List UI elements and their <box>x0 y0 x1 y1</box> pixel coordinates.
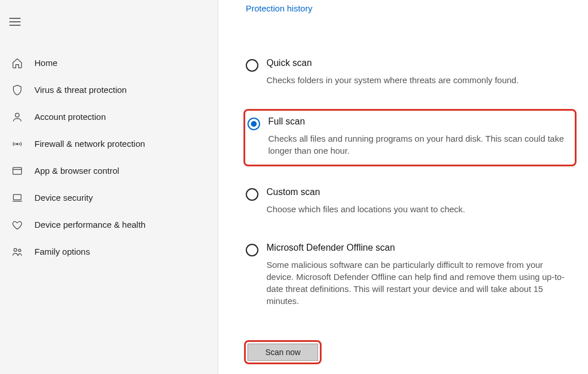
protection-history-link[interactable]: Protection history <box>246 3 312 13</box>
sidebar-item-app-browser[interactable]: App & browser control <box>0 157 218 184</box>
option-title: Quick scan <box>266 58 572 68</box>
sidebar-item-label: Firewall & network protection <box>34 139 145 149</box>
laptop-icon <box>10 191 24 205</box>
scan-now-button[interactable]: Scan now <box>247 344 318 361</box>
browser-icon <box>10 164 24 178</box>
person-icon <box>10 110 24 124</box>
scan-option: Microsoft Defender Offline scanSome mali… <box>246 238 577 314</box>
sidebar-item-family[interactable]: Family options <box>0 238 218 265</box>
sidebar-item-label: Device security <box>34 193 93 202</box>
sidebar: Home Virus & threat protection Account p… <box>0 0 218 374</box>
svg-rect-4 <box>13 194 21 200</box>
svg-point-6 <box>14 248 17 251</box>
sidebar-item-label: Virus & threat protection <box>34 85 127 95</box>
shield-icon <box>10 83 24 97</box>
option-title: Custom scan <box>266 187 572 197</box>
sidebar-item-virus-threat[interactable]: Virus & threat protection <box>0 76 218 103</box>
option-body: Microsoft Defender Offline scanSome mali… <box>266 243 572 307</box>
sidebar-item-label: Family options <box>34 247 90 256</box>
svg-point-0 <box>16 113 20 117</box>
hamburger-menu-button[interactable] <box>9 10 32 33</box>
scan-now-highlight: Scan now <box>244 340 322 364</box>
option-description: Choose which files and locations you wan… <box>266 203 572 215</box>
option-body: Custom scanChoose which files and locati… <box>266 187 572 215</box>
family-icon <box>10 245 24 259</box>
option-body: Quick scanChecks folders in your system … <box>266 58 572 86</box>
main-content: Protection history Quick scanChecks fold… <box>218 0 588 374</box>
option-title: Microsoft Defender Offline scan <box>266 243 572 253</box>
svg-point-1 <box>17 143 18 145</box>
svg-rect-2 <box>13 167 22 174</box>
radio-button[interactable] <box>247 118 260 130</box>
radio-button[interactable] <box>246 244 258 256</box>
radio-button[interactable] <box>246 59 258 72</box>
antenna-icon <box>10 137 24 151</box>
sidebar-item-label: Account protection <box>34 112 106 122</box>
option-description: Checks all files and running programs on… <box>268 133 570 157</box>
heart-icon <box>10 218 24 232</box>
scan-option: Full scanChecks all files and running pr… <box>243 109 577 166</box>
svg-point-7 <box>18 249 21 251</box>
option-body: Full scanChecks all files and running pr… <box>268 116 570 157</box>
sidebar-item-device-security[interactable]: Device security <box>0 184 218 211</box>
option-description: Some malicious software can be particula… <box>266 259 572 307</box>
sidebar-item-account[interactable]: Account protection <box>0 103 218 130</box>
home-icon <box>10 56 24 70</box>
scan-options: Quick scanChecks folders in your system … <box>246 53 577 314</box>
scan-option: Quick scanChecks folders in your system … <box>246 53 577 93</box>
option-description: Checks folders in your system where thre… <box>266 74 572 86</box>
scan-option: Custom scanChoose which files and locati… <box>246 182 577 222</box>
option-title: Full scan <box>268 116 570 127</box>
sidebar-item-label: Device performance & health <box>34 220 145 229</box>
sidebar-item-firewall[interactable]: Firewall & network protection <box>0 130 218 157</box>
nav-list: Home Virus & threat protection Account p… <box>0 49 218 265</box>
sidebar-item-label: Home <box>34 58 57 68</box>
sidebar-item-label: App & browser control <box>34 166 119 176</box>
sidebar-item-device-performance[interactable]: Device performance & health <box>0 211 218 238</box>
sidebar-item-home[interactable]: Home <box>0 49 218 76</box>
radio-button[interactable] <box>246 188 258 201</box>
